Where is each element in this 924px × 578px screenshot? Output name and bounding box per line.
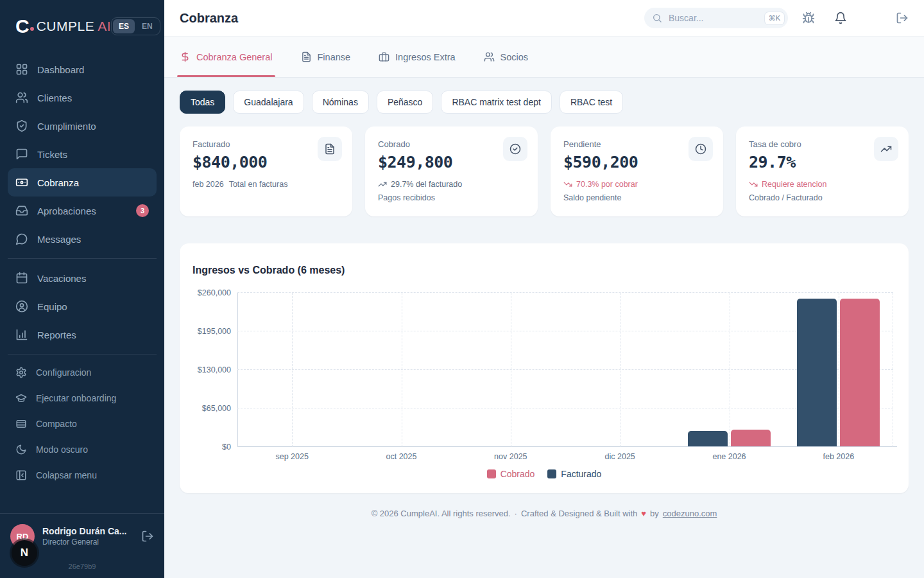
sidebar-item-aprobaciones[interactable]: Aprobaciones3: [8, 197, 157, 225]
y-axis-line: [237, 293, 238, 447]
filter-chip-rbac-test[interactable]: RBAC test: [560, 91, 623, 114]
bar-cobrado-feb-2026: [840, 299, 880, 447]
trending-down-icon: [749, 180, 758, 189]
sidebar-item-compacto[interactable]: Compacto: [8, 411, 157, 437]
filter-chip-n-minas[interactable]: Nóminas: [312, 91, 369, 114]
tab-finanse[interactable]: Finanse: [301, 37, 351, 77]
sidebar-item-vacaciones[interactable]: Vacaciones: [8, 264, 157, 292]
sidebar-item-label: Equipo: [37, 301, 67, 312]
stat-trend-text: Requiere atencion: [762, 180, 826, 189]
app-logo: C CUMPLE AI: [15, 17, 111, 36]
moon-icon: [15, 444, 27, 455]
sidebar: C CUMPLE AI ESEN DashboardClientesCumpli…: [0, 0, 164, 578]
sidebar-item-modo-oscuro[interactable]: Modo oscuro: [8, 437, 157, 462]
sidebar-nav: DashboardClientesCumplimientoTicketsCobr…: [0, 55, 164, 488]
filter-chip-rbac-matrix-test-dept[interactable]: RBAC matrix test dept: [441, 91, 552, 114]
stat-card-tasa-de-cobro: Tasa de cobro29.7%Requiere atencionCobra…: [736, 127, 909, 216]
content-scroll[interactable]: TodasGuadalajaraNóminasPeñascoRBAC matri…: [164, 78, 924, 578]
dollar-icon: [180, 51, 191, 62]
search-input[interactable]: [667, 12, 760, 24]
page-footer: © 2026 CumpleAI. All rights reserved. · …: [180, 493, 909, 544]
codezuno-link[interactable]: codezuno.com: [663, 509, 717, 518]
sidebar-item-dashboard[interactable]: Dashboard: [8, 55, 157, 83]
stat-trend: Requiere atencion: [749, 180, 896, 189]
gridline: [237, 369, 893, 370]
sidebar-item-label: Cumplimiento: [37, 121, 96, 132]
sidebar-item-label: Tickets: [37, 149, 67, 160]
banknote-icon: [15, 176, 28, 189]
stat-description: Total en facturas: [229, 180, 288, 189]
credit-text: Crafted & Designed & Built with: [521, 509, 637, 518]
y-tick-label: $65,000: [202, 404, 231, 413]
tab-cobranza-general[interactable]: Cobranza General: [180, 37, 273, 77]
gridline: [402, 293, 402, 447]
filter-chip-todas[interactable]: Todas: [180, 91, 225, 114]
language-toggle: ESEN: [111, 17, 160, 35]
tab-socios[interactable]: Socios: [484, 37, 529, 77]
trending-up-icon: [874, 137, 898, 161]
filter-chip-pe-asco[interactable]: Peñasco: [377, 91, 433, 114]
tab-bar: Cobranza GeneralFinanseIngresos ExtraSoc…: [164, 36, 924, 78]
logo-ai: AI: [98, 19, 111, 34]
topbar-actions: ⌘K: [644, 8, 909, 28]
legend-label: Cobrado: [501, 469, 535, 479]
calendar-icon: [15, 272, 28, 285]
logo-dot-icon: [30, 27, 34, 31]
gridline: [237, 408, 893, 408]
filter-chips: TodasGuadalajaraNóminasPeñascoRBAC matri…: [180, 91, 909, 114]
gridline: [730, 293, 730, 447]
logout-icon[interactable]: [141, 530, 154, 543]
lang-option-es[interactable]: ES: [113, 19, 135, 33]
rows-icon: [15, 418, 27, 430]
tab-label: Ingresos Extra: [395, 52, 456, 62]
sidebar-item-label: Ejecutar onboarding: [36, 393, 116, 403]
active-tab-underline: [177, 75, 275, 77]
sidebar-item-messages[interactable]: Messages: [8, 225, 157, 253]
settings-icon: [15, 367, 27, 378]
stat-sub: feb 2026Total en facturas: [193, 180, 339, 189]
lang-option-en[interactable]: EN: [136, 19, 158, 33]
notification-badge: 3: [136, 204, 149, 217]
sidebar-divider: [8, 258, 157, 259]
tab-ingresos-extra[interactable]: Ingresos Extra: [379, 37, 456, 77]
bug-report-icon[interactable]: [802, 12, 815, 24]
x-tick-label: feb 2026: [823, 452, 854, 461]
user-circle-icon: [15, 300, 28, 313]
logo-row: C CUMPLE AI ESEN: [0, 0, 164, 36]
graduation-cap-icon: [15, 392, 27, 404]
y-tick-label: $260,000: [198, 288, 231, 297]
trending-up-icon: [378, 180, 387, 189]
file-text-icon: [318, 137, 342, 161]
stat-card-pendiente: Pendiente$590,20070.3% por cobrarSaldo p…: [551, 127, 723, 216]
tab-label: Socios: [501, 52, 529, 62]
sidebar-item-configuracion[interactable]: Configuracion: [8, 360, 157, 385]
search-box[interactable]: ⌘K: [644, 8, 788, 28]
user-name: Rodrigo Durán Ca...: [42, 526, 126, 536]
filter-chip-guadalajara[interactable]: Guadalajara: [233, 91, 304, 114]
sidebar-item-equipo[interactable]: Equipo: [8, 292, 157, 320]
chart-legend: CobradoFacturado: [193, 469, 896, 480]
sidebar-item-cumplimiento[interactable]: Cumplimiento: [8, 112, 157, 140]
stat-meta: Saldo pendiente: [563, 193, 710, 202]
sidebar-item-ejecutar-onboarding[interactable]: Ejecutar onboarding: [8, 385, 157, 411]
notifications-bell-icon[interactable]: [834, 12, 847, 24]
heart-icon: ♥: [641, 509, 646, 518]
x-tick-label: sep 2025: [275, 452, 308, 461]
users-icon: [15, 91, 28, 104]
sidebar-item-reportes[interactable]: Reportes: [8, 320, 157, 349]
sidebar-item-label: Configuracion: [36, 367, 91, 378]
cursor-overlay-badge: N: [12, 540, 37, 566]
bar-chart-plot: $0$65,000$130,000$195,000$260,000sep 202…: [237, 293, 893, 447]
sidebar-item-tickets[interactable]: Tickets: [8, 140, 157, 168]
user-role: Director General: [42, 538, 126, 547]
logout-icon[interactable]: [896, 12, 909, 24]
bar-chart-icon: [15, 328, 28, 341]
chart-title: Ingresos vs Cobrado (6 meses): [193, 265, 896, 276]
gridline: [237, 331, 893, 331]
sidebar-item-cobranza[interactable]: Cobranza: [8, 168, 157, 197]
stat-cards: Facturado$840,000feb 2026Total en factur…: [180, 127, 909, 216]
sidebar-item-colapsar-menu[interactable]: Colapsar menu: [8, 462, 157, 488]
legend-item-cobrado: Cobrado: [487, 469, 535, 479]
sidebar-item-clientes[interactable]: Clientes: [8, 83, 157, 112]
sidebar-item-label: Aprobaciones: [37, 206, 96, 216]
